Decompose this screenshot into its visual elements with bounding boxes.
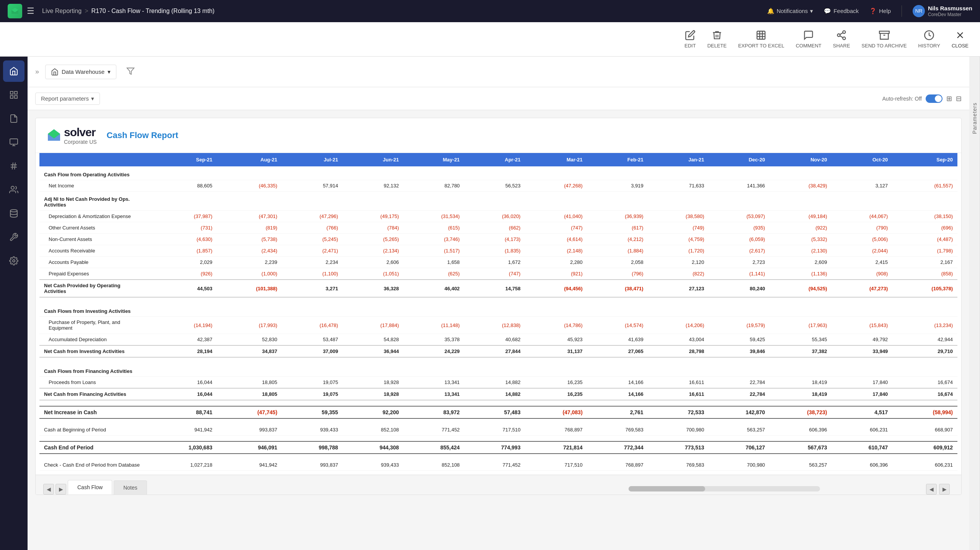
row-cell — [709, 166, 770, 180]
row-cell — [769, 166, 831, 180]
row-cell: 852,108 — [403, 459, 464, 471]
row-cell — [587, 363, 648, 377]
row-cell — [832, 363, 893, 377]
report-header: solver Corporate US Cash Flow Report — [36, 118, 961, 153]
sidebar-item-home[interactable] — [3, 60, 24, 82]
h-scroll-thumb[interactable] — [629, 486, 705, 491]
row-cell: (5,265) — [343, 234, 403, 245]
row-cell — [769, 303, 831, 317]
col-header-aug21: Aug-21 — [217, 153, 282, 166]
export-to-excel-button[interactable]: EXPORT TO EXCEL — [738, 30, 784, 49]
expand-button[interactable]: » — [35, 68, 39, 76]
table-row: Net Increase in Cash88,741(47,745)59,355… — [39, 406, 957, 418]
spacer-row — [39, 297, 957, 303]
content-header: » Data Warehouse ▾ — [28, 57, 969, 87]
row-cell: (19,579) — [709, 317, 770, 334]
row-cell: 18,805 — [217, 388, 282, 400]
report-parameters-button[interactable]: Report parameters ▾ — [35, 93, 100, 105]
sidebar-item-numbers[interactable] — [3, 155, 24, 177]
user-menu[interactable]: NR Nils Rasmussen CoreDev Master — [913, 5, 972, 17]
row-cell: (47,083) — [525, 406, 587, 418]
close-button[interactable]: CLOSE — [952, 30, 969, 49]
tab-notes[interactable]: Notes — [114, 480, 147, 495]
warehouse-selector[interactable]: Data Warehouse ▾ — [45, 65, 116, 79]
row-cell: 41,639 — [587, 334, 648, 346]
horizontal-scrollbar[interactable] — [528, 483, 921, 495]
row-cell: 16,235 — [525, 388, 587, 400]
row-cell: (617) — [587, 222, 648, 234]
row-cell: 852,108 — [343, 424, 403, 436]
hamburger-menu[interactable]: ☰ — [27, 6, 34, 16]
sidebar-item-reports[interactable] — [3, 84, 24, 106]
feedback-button[interactable]: 💬 Feedback — [824, 8, 859, 15]
row-cell: 610,747 — [832, 441, 893, 454]
scroll-left-button[interactable]: ◀ — [926, 484, 937, 495]
col-header-feb21: Feb-21 — [587, 153, 648, 166]
row-cell: 16,044 — [147, 388, 217, 400]
row-cell: (4,759) — [648, 234, 709, 245]
breadcrumb-parent[interactable]: Live Reporting — [42, 8, 82, 15]
row-cell: (47,745) — [217, 406, 282, 418]
auto-refresh-toggle[interactable] — [926, 94, 942, 103]
row-cell: 768,897 — [587, 459, 648, 471]
list-view-icon[interactable]: ⊟ — [956, 94, 962, 103]
sidebar-item-settings[interactable] — [3, 250, 24, 272]
history-button[interactable]: HISTORY — [918, 30, 940, 49]
sidebar-item-documents[interactable] — [3, 108, 24, 129]
row-cell: 563,257 — [769, 459, 831, 471]
delete-button[interactable]: DELETE — [707, 30, 727, 49]
row-cell: (2,148) — [525, 245, 587, 257]
row-cell: 3,127 — [832, 180, 893, 192]
svg-point-28 — [11, 186, 14, 189]
share-button[interactable]: SHARE — [833, 30, 850, 49]
row-cell: (784) — [343, 222, 403, 234]
row-cell: (47,296) — [282, 211, 343, 222]
row-cell: 42,944 — [892, 334, 957, 346]
report-tabs: ◀ ▶ Cash Flow Notes ◀ — [36, 475, 961, 495]
row-cell — [217, 166, 282, 180]
row-cell: 16,611 — [648, 377, 709, 389]
sidebar-item-users[interactable] — [3, 179, 24, 200]
tab-prev-button[interactable]: ◀ — [43, 484, 54, 495]
svg-line-26 — [12, 163, 13, 169]
svg-rect-17 — [10, 91, 13, 94]
user-role: CoreDev Master — [928, 12, 972, 17]
tab-next-button[interactable]: ▶ — [56, 484, 66, 495]
scroll-right-button[interactable]: ▶ — [939, 484, 950, 495]
row-cell: (766) — [282, 222, 343, 234]
comment-button[interactable]: COMMENT — [796, 30, 822, 49]
parameters-sidebar: Parameters — [969, 57, 980, 550]
avatar: NR — [913, 5, 925, 17]
sidebar-item-data[interactable] — [3, 203, 24, 224]
notifications-button[interactable]: 🔔 Notifications ▾ — [767, 8, 813, 15]
row-cell: 17,840 — [832, 377, 893, 389]
svg-point-7 — [843, 31, 846, 33]
user-name: Nils Rasmussen — [928, 5, 972, 12]
col-header-oct20: Oct-20 — [832, 153, 893, 166]
grid-view-icon[interactable]: ⊞ — [946, 94, 952, 103]
edit-button[interactable]: EDIT — [684, 30, 696, 49]
h-scroll-track[interactable] — [629, 486, 820, 491]
row-label: Check - Cash End of Period from Database — [39, 459, 147, 471]
help-button[interactable]: ❓ Help — [869, 8, 891, 15]
sidebar-item-pages[interactable] — [3, 132, 24, 153]
solver-logo-icon — [47, 129, 61, 142]
row-cell: 36,944 — [343, 345, 403, 357]
row-cell: 16,674 — [892, 388, 957, 400]
svg-point-29 — [10, 210, 17, 212]
sidebar-item-tools[interactable] — [3, 226, 24, 248]
send-to-archive-button[interactable]: SEND TO ARCHIVE — [862, 30, 907, 49]
row-cell: 82,780 — [403, 180, 464, 192]
row-cell: (17,884) — [343, 317, 403, 334]
table-header-row: Sep-21 Aug-21 Jul-21 Jun-21 May-21 Apr-2… — [39, 153, 957, 166]
row-cell: 92,200 — [343, 406, 403, 418]
filter-button[interactable] — [126, 67, 135, 76]
row-cell: 939,433 — [282, 424, 343, 436]
row-cell: 2,723 — [709, 257, 770, 268]
table-row: Depreciation & Amortization Expense(37,9… — [39, 211, 957, 222]
svg-marker-31 — [127, 68, 134, 75]
tab-cash-flow[interactable]: Cash Flow — [68, 480, 112, 495]
row-cell — [147, 363, 217, 377]
row-cell — [147, 192, 217, 211]
row-cell: (14,574) — [587, 317, 648, 334]
